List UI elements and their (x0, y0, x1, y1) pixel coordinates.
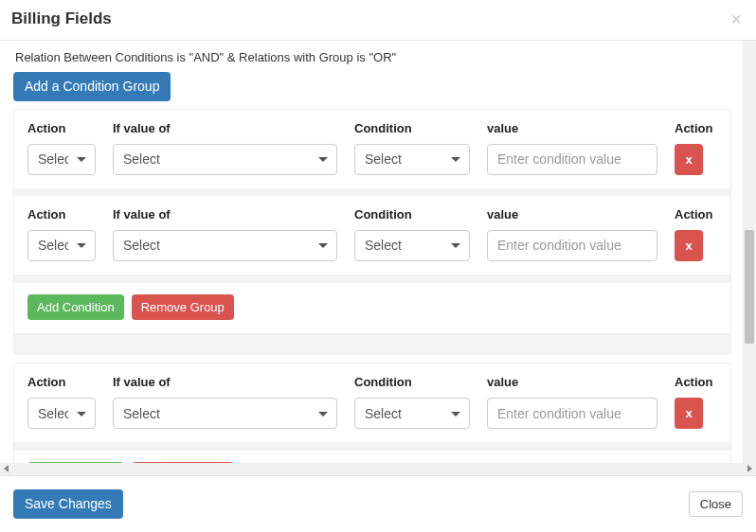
condition-row: Action Select If value of Select Conditi… (14, 196, 730, 275)
label-action: Action (27, 207, 96, 222)
modal-body: Relation Between Conditions is "AND" & R… (0, 41, 756, 463)
col-row-action: Action x (675, 121, 717, 175)
condition-group: Action Select If value of Select Conditi… (13, 363, 731, 463)
label-row-action: Action (675, 121, 717, 135)
label-row-action: Action (675, 207, 717, 222)
col-row-action: Action x (675, 207, 717, 261)
modal: Billing Fields × Relation Between Condit… (0, 0, 756, 532)
group-actions: Add Condition Remove Group (14, 282, 730, 334)
modal-body-inner: Relation Between Conditions is "AND" & R… (0, 50, 756, 463)
scroll-left-icon[interactable] (4, 465, 9, 472)
remove-group-button[interactable]: Remove Group (132, 294, 234, 321)
condition-row: Action Select If value of Select Conditi… (14, 364, 730, 442)
label-action: Action (27, 121, 96, 135)
action-select-wrap: Select (27, 230, 96, 261)
row-divider (14, 188, 730, 196)
remove-condition-button[interactable]: x (675, 398, 703, 429)
condition-group: Action Select If value of Select Conditi… (13, 109, 731, 335)
condition-select-wrap: Select (354, 230, 470, 261)
col-condition: Condition Select (354, 207, 470, 261)
action-select-wrap: Select (27, 398, 96, 429)
col-if-value: If value of Select (113, 207, 337, 261)
label-value: value (487, 375, 657, 389)
modal-footer: Save Changes Close (0, 475, 756, 532)
col-action: Action Select (27, 207, 96, 261)
row-divider (14, 275, 730, 282)
label-if-value: If value of (113, 121, 337, 135)
col-condition: Condition Select (354, 375, 470, 429)
col-action: Action Select (27, 375, 96, 429)
if-value-select-wrap: Select (113, 144, 337, 175)
relation-hint-text: Relation Between Conditions is "AND" & R… (15, 50, 731, 64)
label-condition: Condition (354, 121, 470, 135)
col-if-value: If value of Select (113, 375, 337, 429)
value-input[interactable] (487, 398, 657, 429)
action-select[interactable]: Select (27, 398, 96, 429)
close-button[interactable]: Close (689, 491, 743, 517)
label-value: value (487, 207, 657, 222)
if-value-select[interactable]: Select (113, 144, 337, 175)
col-action: Action Select (27, 121, 96, 175)
modal-header: Billing Fields × (0, 0, 756, 41)
vertical-scrollbar-thumb[interactable] (745, 230, 754, 344)
condition-row: Action Select If value of Select Conditi… (14, 110, 730, 188)
value-input[interactable] (487, 230, 657, 261)
action-select-wrap: Select (27, 144, 96, 175)
condition-select[interactable]: Select (354, 144, 470, 175)
if-value-select[interactable]: Select (113, 230, 337, 261)
condition-select[interactable]: Select (354, 398, 470, 429)
modal-title: Billing Fields (11, 9, 112, 28)
label-if-value: If value of (113, 375, 337, 389)
remove-condition-button[interactable]: x (675, 144, 703, 175)
row-divider (14, 442, 730, 450)
label-condition: Condition (354, 207, 470, 222)
action-select[interactable]: Select (27, 230, 96, 261)
if-value-select-wrap: Select (113, 398, 337, 429)
label-row-action: Action (675, 375, 717, 389)
if-value-select-wrap: Select (113, 230, 337, 261)
col-value: value (487, 375, 657, 429)
label-if-value: If value of (113, 207, 337, 222)
col-if-value: If value of Select (113, 121, 337, 175)
group-gap (13, 334, 731, 355)
col-row-action: Action x (675, 375, 717, 429)
horizontal-scrollbar[interactable] (0, 463, 756, 475)
if-value-select[interactable]: Select (113, 398, 337, 429)
label-condition: Condition (354, 375, 470, 389)
action-select[interactable]: Select (27, 144, 96, 175)
label-value: value (487, 121, 657, 135)
label-action: Action (27, 375, 96, 389)
add-condition-button[interactable]: Add Condition (27, 294, 124, 321)
col-value: value (487, 207, 657, 261)
close-icon[interactable]: × (730, 9, 742, 28)
condition-select[interactable]: Select (354, 230, 470, 261)
remove-condition-button[interactable]: x (675, 230, 703, 261)
col-value: value (487, 121, 657, 175)
group-actions: Add Condition Remove Group (14, 450, 730, 463)
add-condition-group-button[interactable]: Add a Condition Group (13, 72, 171, 101)
col-condition: Condition Select (354, 121, 470, 175)
condition-select-wrap: Select (354, 144, 470, 175)
condition-select-wrap: Select (354, 398, 470, 429)
scroll-right-icon[interactable] (747, 465, 752, 472)
vertical-scrollbar[interactable] (743, 41, 756, 463)
save-changes-button[interactable]: Save Changes (13, 489, 123, 519)
value-input[interactable] (487, 144, 657, 175)
